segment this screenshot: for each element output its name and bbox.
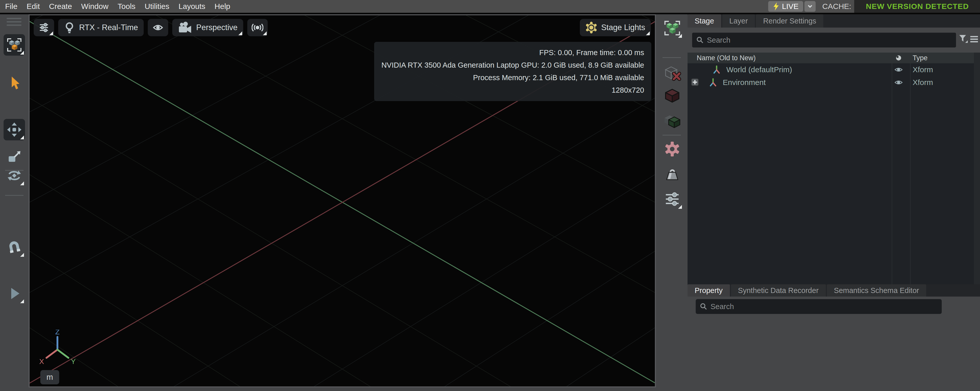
- magnet-icon: [6, 239, 22, 255]
- renderer-selector-button[interactable]: RTX - Real-Time: [58, 19, 144, 36]
- prim-name[interactable]: World (defaultPrim): [726, 65, 792, 74]
- viewport-3d-canvas[interactable]: RTX - Real-Time Per: [29, 14, 656, 388]
- live-label: LIVE: [782, 2, 799, 11]
- toolbar-separator: [5, 195, 24, 196]
- collider-cube-button[interactable]: [662, 85, 683, 106]
- cube-with-x-icon: [663, 64, 681, 83]
- tab-semantics-schema-editor[interactable]: Semantics Schema Editor: [827, 285, 926, 297]
- menu-edit[interactable]: Edit: [27, 2, 40, 11]
- search-icon: [696, 36, 704, 44]
- scale-tool-button[interactable]: [3, 146, 25, 167]
- prim-selection-cubes-icon: [6, 37, 22, 53]
- signal-waves-icon: [251, 22, 263, 33]
- units-label: m: [46, 373, 53, 382]
- move-tool-button[interactable]: [3, 119, 25, 140]
- prim-type: Xform: [913, 65, 933, 74]
- visibility-column-header-icon[interactable]: [894, 55, 903, 61]
- renderer-label: RTX - Real-Time: [79, 23, 138, 32]
- physics-settings-button[interactable]: [662, 138, 683, 160]
- name-column-header[interactable]: Name (Old to New): [697, 54, 756, 62]
- camera-selector-button[interactable]: Perspective: [172, 19, 243, 36]
- xform-prim-icon: [712, 65, 721, 74]
- visibility-eye-icon[interactable]: [894, 66, 903, 73]
- toolbar-separator: [662, 57, 681, 58]
- scale-icon: [6, 149, 22, 165]
- play-icon: [6, 285, 22, 302]
- broadcast-button[interactable]: [247, 19, 268, 36]
- stats-gpu: NVIDIA RTX 3500 Ada Generation Laptop GP…: [381, 59, 644, 72]
- units-button[interactable]: m: [40, 370, 59, 385]
- tab-layer[interactable]: Layer: [722, 14, 755, 27]
- tab-render-settings[interactable]: Render Settings: [756, 14, 823, 27]
- tree-row-environment[interactable]: Environment Xform: [687, 76, 974, 89]
- stage-search: [692, 33, 956, 48]
- tab-synthetic-data-recorder[interactable]: Synthetic Data Recorder: [731, 285, 826, 297]
- type-column-header[interactable]: Type: [913, 54, 928, 62]
- green-cube-pair-icon: [663, 111, 681, 130]
- remove-collider-button[interactable]: [662, 63, 683, 84]
- menu-window[interactable]: Window: [81, 2, 108, 11]
- sliders-icon: [664, 191, 681, 208]
- viewport-settings-button[interactable]: [34, 19, 54, 36]
- omniverse-app-window: { "menu": { "items": ["File", "Edit", "C…: [0, 0, 980, 391]
- left-toolbar: [0, 14, 29, 391]
- search-icon: [700, 303, 708, 310]
- menu-tools[interactable]: Tools: [118, 2, 135, 11]
- expand-plus-icon[interactable]: [691, 78, 699, 86]
- maroon-cube-icon: [663, 86, 681, 105]
- visibility-options-button[interactable]: [148, 19, 168, 36]
- stage-tree: Name (Old to New) Type World (defaultPri…: [687, 52, 980, 285]
- toolbar-separator: [5, 170, 24, 171]
- prim-type: Xform: [913, 78, 933, 87]
- axis-z-label: Z: [55, 330, 59, 336]
- physics-toolbar: [657, 14, 687, 391]
- cache-status-box: NEW VERSION DETECTED: [854, 0, 980, 13]
- topbar-right-cluster: LIVE CACHE: NEW VERSION DETECTED: [768, 0, 980, 13]
- snap-tool-button[interactable]: [3, 236, 25, 258]
- menu-layouts[interactable]: Layouts: [179, 2, 205, 11]
- menu-utilities[interactable]: Utilities: [145, 2, 169, 11]
- axis-gizmo: Z X Y: [33, 330, 82, 372]
- rigid-body-button[interactable]: [662, 110, 683, 131]
- toolbar-separator: [662, 135, 681, 135]
- stage-search-input[interactable]: [692, 33, 956, 48]
- stats-resolution: 1280x720: [381, 84, 644, 97]
- mass-properties-button[interactable]: [662, 163, 683, 185]
- stage-tree-scrollbar[interactable]: [974, 52, 980, 285]
- property-search: [696, 299, 942, 314]
- rotate-tool-button[interactable]: [3, 165, 25, 186]
- stage-options-button[interactable]: [970, 35, 978, 43]
- viewport-stats-overlay: FPS: 0.00, Frame time: 0.00 ms NVIDIA RT…: [374, 42, 651, 101]
- stage-lights-button[interactable]: Stage Lights: [580, 19, 651, 36]
- tree-row-world[interactable]: World (defaultPrim) Xform: [687, 63, 974, 76]
- stage-light-sun-icon: [585, 22, 597, 33]
- camera-icon: [178, 22, 192, 33]
- visibility-eye-icon[interactable]: [894, 79, 903, 86]
- weight-icon: [663, 165, 681, 183]
- property-search-input[interactable]: [696, 299, 942, 314]
- stage-panel: Stage Layer Render Settings Name (Old to: [687, 14, 980, 285]
- lightbulb-icon: [64, 21, 75, 34]
- toolbar-drag-grip[interactable]: [6, 18, 21, 26]
- live-dropdown-button[interactable]: [804, 1, 816, 12]
- cache-label: CACHE:: [822, 2, 851, 11]
- live-button[interactable]: LIVE: [768, 1, 803, 12]
- lightning-bolt-icon: [773, 2, 780, 11]
- chevron-down-icon: [807, 3, 813, 10]
- filter-funnel-button[interactable]: [959, 34, 968, 45]
- menu-help[interactable]: Help: [215, 2, 231, 11]
- selection-mode-button[interactable]: [3, 34, 25, 56]
- sliders-icon: [38, 22, 49, 33]
- prim-name[interactable]: Environment: [723, 78, 765, 87]
- select-tool-button[interactable]: [3, 73, 25, 94]
- menu-create[interactable]: Create: [49, 2, 72, 11]
- tab-stage[interactable]: Stage: [687, 14, 721, 27]
- stage-lights-label: Stage Lights: [601, 23, 645, 32]
- cache-status-text: NEW VERSION DETECTED: [866, 2, 969, 11]
- play-button[interactable]: [3, 283, 25, 304]
- simulation-settings-button[interactable]: [662, 188, 683, 210]
- tab-property[interactable]: Property: [687, 285, 730, 297]
- viewport-toolbar: RTX - Real-Time Per: [34, 19, 268, 36]
- menu-file[interactable]: File: [5, 2, 18, 11]
- selection-group-button[interactable]: [662, 17, 683, 39]
